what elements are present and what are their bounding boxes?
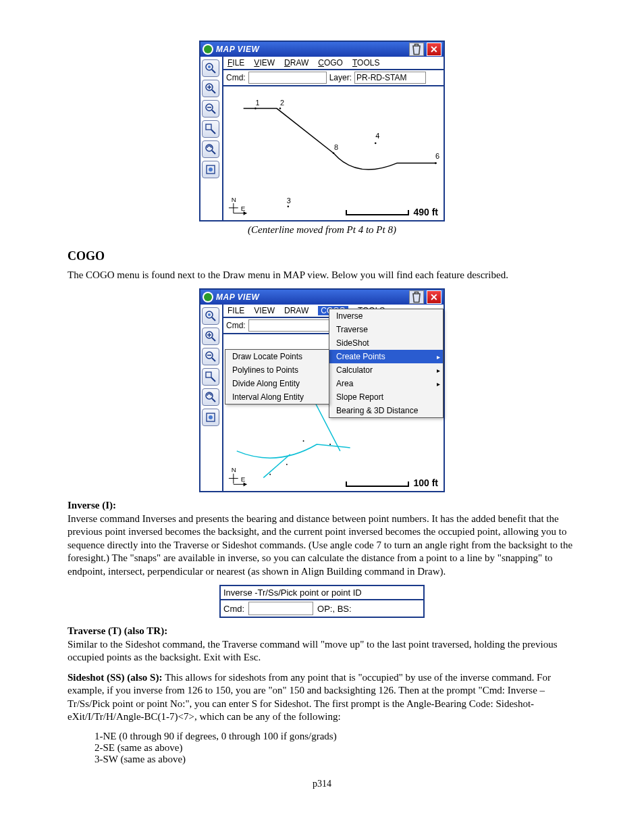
layer-label: Layer: bbox=[329, 73, 352, 82]
zoom-extents-icon[interactable] bbox=[202, 307, 219, 325]
trash-button[interactable] bbox=[409, 290, 424, 304]
mapview1-menubar: FILE VIEW DRAW COGO TOOLS bbox=[223, 57, 444, 70]
menu-draw[interactable]: DRAW bbox=[284, 306, 308, 315]
sideshot-section: Sideshot (SS) (also S): This allows for … bbox=[68, 671, 576, 724]
cogo-traverse[interactable]: Traverse bbox=[329, 323, 443, 336]
sub-polylines-to-points[interactable]: Polylines to Points bbox=[225, 363, 329, 377]
svg-text:E: E bbox=[241, 475, 246, 483]
mapview1-title: MAP VIEW bbox=[216, 45, 406, 54]
layer-input[interactable] bbox=[354, 72, 426, 84]
svg-line-36 bbox=[211, 377, 215, 382]
menu-file[interactable]: FILE bbox=[227, 58, 244, 68]
mapview2-titlebar: MAP VIEW ✕ bbox=[200, 290, 444, 305]
svg-line-4 bbox=[212, 90, 215, 93]
svg-point-50 bbox=[269, 474, 271, 475]
svg-point-51 bbox=[286, 464, 288, 465]
submenu-arrow-icon: ▸ bbox=[437, 353, 440, 361]
scale-bar: 100 ft bbox=[346, 477, 438, 488]
sub-draw-locate[interactable]: Draw Locate Points bbox=[225, 350, 329, 363]
svg-line-8 bbox=[212, 110, 215, 113]
close-button[interactable]: ✕ bbox=[427, 290, 441, 304]
close-button[interactable]: ✕ bbox=[427, 43, 441, 56]
sub-interval-along[interactable]: Interval Along Entity bbox=[225, 390, 329, 404]
svg-point-27 bbox=[208, 313, 211, 316]
app-logo-icon bbox=[203, 292, 213, 303]
prompt-status: OP:, BS: bbox=[317, 604, 352, 614]
svg-point-19 bbox=[254, 107, 257, 109]
svg-line-11 bbox=[211, 130, 215, 134]
cogo-slope-report[interactable]: Slope Report bbox=[329, 390, 443, 404]
cogo-bearing-3d[interactable]: Bearing & 3D Distance bbox=[329, 404, 443, 417]
traverse-section: Traverse (T) (also TR): Similar to the S… bbox=[68, 625, 576, 664]
svg-line-26 bbox=[212, 317, 215, 321]
scale-bar: 490 ft bbox=[346, 207, 438, 217]
cogo-area[interactable]: Area▸ bbox=[329, 377, 443, 390]
zoom-in-icon[interactable] bbox=[202, 80, 219, 97]
mapview2-canvas[interactable]: N E bbox=[223, 334, 444, 491]
code-1: 1-NE (0 through 90 if degrees, 0 through… bbox=[95, 731, 576, 742]
code-3: 3-SW (same as above) bbox=[95, 754, 576, 765]
zoom-prev-icon[interactable] bbox=[202, 140, 219, 158]
zoom-in-icon[interactable] bbox=[202, 328, 219, 345]
menu-view[interactable]: VIEW bbox=[254, 306, 275, 315]
svg-point-23 bbox=[435, 162, 437, 164]
pt-3: 3 bbox=[287, 197, 291, 205]
cogo-intro: The COGO menu is found next to the Draw … bbox=[68, 269, 576, 282]
svg-point-48 bbox=[303, 440, 304, 442]
zoom-prev-icon[interactable] bbox=[202, 388, 219, 406]
zoom-window-icon[interactable] bbox=[202, 368, 219, 386]
tool-column bbox=[200, 305, 222, 491]
page-number: p314 bbox=[68, 779, 576, 789]
svg-point-21 bbox=[333, 152, 335, 154]
svg-text:N: N bbox=[232, 467, 236, 474]
zoom-out-icon[interactable] bbox=[202, 100, 219, 118]
svg-rect-10 bbox=[206, 124, 211, 130]
cmd-input[interactable] bbox=[248, 319, 333, 332]
pt-8: 8 bbox=[334, 143, 338, 151]
submenu-arrow-icon: ▸ bbox=[437, 380, 440, 388]
submenu-arrow-icon: ▸ bbox=[437, 367, 440, 374]
inverse-section: Inverse (I): Inverse command Inverses an… bbox=[68, 499, 576, 578]
menu-draw[interactable]: DRAW bbox=[284, 58, 308, 68]
view-tool-icon[interactable] bbox=[202, 161, 219, 178]
svg-point-20 bbox=[279, 107, 281, 109]
cmd-input[interactable] bbox=[248, 72, 327, 84]
sideshot-heading: Sideshot (SS) (also S): bbox=[68, 672, 165, 683]
traverse-body: Similar to the Sideshot command, the Tra… bbox=[68, 639, 557, 663]
cogo-calculator[interactable]: Calculator▸ bbox=[329, 363, 443, 377]
mapview1-titlebar: MAP VIEW ✕ bbox=[200, 42, 444, 57]
svg-line-33 bbox=[212, 358, 215, 361]
svg-point-15 bbox=[209, 167, 213, 172]
menu-tools[interactable]: TOOLS bbox=[352, 58, 379, 68]
svg-text:N: N bbox=[232, 196, 236, 203]
sub-divide-along[interactable]: Divide Along Entity bbox=[225, 377, 329, 390]
cogo-inverse[interactable]: Inverse bbox=[329, 309, 443, 323]
cogo-menu: Inverse Traverse SideShot Create Points▸… bbox=[329, 309, 444, 418]
view-tool-icon[interactable] bbox=[202, 409, 219, 426]
prompt-cmd-input[interactable] bbox=[248, 602, 313, 615]
cogo-sideshot[interactable]: SideShot bbox=[329, 336, 443, 350]
pt-2: 2 bbox=[280, 99, 284, 107]
menu-file[interactable]: FILE bbox=[227, 306, 244, 315]
cmd-label: Cmd: bbox=[226, 73, 246, 82]
zoom-extents-icon[interactable] bbox=[202, 59, 219, 77]
svg-line-38 bbox=[212, 398, 215, 402]
zoom-window-icon[interactable] bbox=[202, 120, 219, 138]
svg-text:E: E bbox=[241, 205, 246, 212]
cmd-label: Cmd: bbox=[226, 321, 246, 330]
svg-point-2 bbox=[208, 66, 211, 68]
pt-4: 4 bbox=[375, 132, 379, 140]
svg-line-1 bbox=[212, 70, 215, 73]
svg-point-24 bbox=[288, 206, 290, 208]
tool-column bbox=[200, 57, 222, 220]
inverse-body: Inverse command Inverses and presents th… bbox=[68, 513, 572, 577]
menu-cogo[interactable]: COGO bbox=[318, 58, 343, 68]
zoom-out-icon[interactable] bbox=[202, 348, 219, 365]
menu-view[interactable]: VIEW bbox=[254, 58, 275, 68]
cogo-create-points[interactable]: Create Points▸ bbox=[329, 350, 443, 363]
mapview1-canvas[interactable]: N E 1 2 8 4 bbox=[223, 86, 444, 220]
angle-codes-list: 1-NE (0 through 90 if degrees, 0 through… bbox=[95, 731, 576, 765]
inverse-prompt-box: Inverse -Tr/Ss/Pick point or point ID Cm… bbox=[219, 585, 425, 618]
svg-rect-35 bbox=[206, 372, 211, 377]
trash-button[interactable] bbox=[409, 43, 424, 56]
